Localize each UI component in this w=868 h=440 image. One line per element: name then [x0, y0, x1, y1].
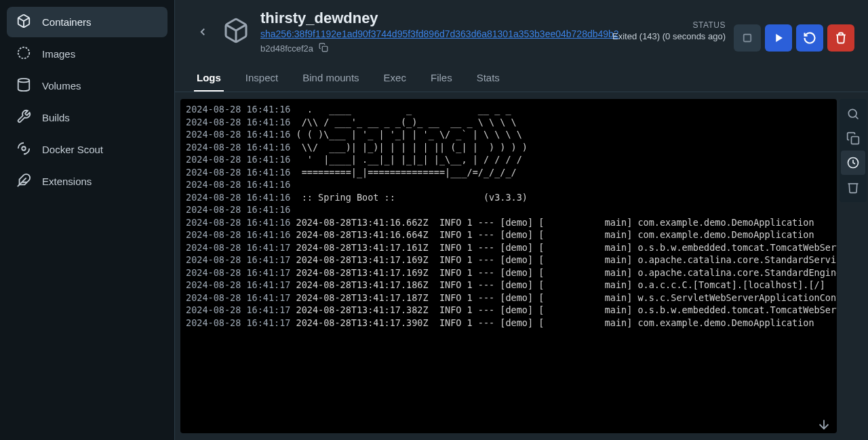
- tab-stats[interactable]: Stats: [474, 65, 502, 92]
- extensions-icon: [16, 173, 31, 190]
- log-line: 2024-08-28 16:41:17 2024-08-28T13:41:17.…: [186, 254, 831, 266]
- log-line: 2024-08-28 16:41:17 2024-08-28T13:41:17.…: [186, 317, 831, 329]
- sidebar-item-label: Extensions: [42, 176, 92, 187]
- scout-icon: [16, 141, 31, 158]
- log-line: 2024-08-28 16:41:16: [186, 203, 831, 216]
- search-logs-icon[interactable]: [841, 102, 865, 126]
- tabs: Logs Inspect Bind mounts Exec Files Stat…: [175, 65, 868, 92]
- logs-toolbar: [840, 99, 867, 202]
- builds-icon: [16, 109, 31, 126]
- log-line: 2024-08-28 16:41:16 :: Spring Boot :: (v…: [186, 191, 831, 204]
- log-line: 2024-08-28 16:41:16 =========|_|========…: [186, 166, 831, 179]
- logs-panel: 2024-08-28 16:41:16 . ____ _ __ _ _2024-…: [175, 92, 868, 440]
- sidebar-item-containers[interactable]: Containers: [7, 7, 167, 37]
- sidebar-item-docker-scout[interactable]: Docker Scout: [7, 134, 167, 165]
- svg-line-7: [856, 117, 859, 119]
- tab-logs[interactable]: Logs: [194, 65, 224, 92]
- log-line: 2024-08-28 16:41:16 . ____ _ __ _ _: [186, 103, 831, 116]
- log-line: 2024-08-28 16:41:16 \\/ ___)| |_)| | | |…: [186, 141, 831, 154]
- svg-marker-5: [776, 34, 783, 42]
- copy-id-icon[interactable]: [319, 43, 328, 54]
- tab-inspect[interactable]: Inspect: [243, 65, 281, 92]
- header: thirsty_dewdney sha256:38f9f1192e1ad90f3…: [175, 0, 868, 61]
- log-line: 2024-08-28 16:41:16 /\\ / ___'_ __ _ _(_…: [186, 116, 831, 129]
- timestamps-toggle-icon[interactable]: [841, 151, 865, 175]
- tab-exec[interactable]: Exec: [381, 65, 409, 92]
- log-line: 2024-08-28 16:41:17 2024-08-28T13:41:17.…: [186, 266, 831, 279]
- log-line: 2024-08-28 16:41:17 2024-08-28T13:41:17.…: [186, 279, 831, 292]
- log-line: 2024-08-28 16:41:16: [186, 178, 831, 191]
- sidebar-item-images[interactable]: Images: [7, 39, 167, 69]
- log-line: 2024-08-28 16:41:17 2024-08-28T13:41:17.…: [186, 241, 831, 254]
- tab-bind-mounts[interactable]: Bind mounts: [300, 65, 361, 92]
- log-line: 2024-08-28 16:41:17 2024-08-28T13:41:17.…: [186, 304, 831, 317]
- svg-rect-8: [852, 137, 859, 144]
- tab-files[interactable]: Files: [428, 65, 455, 92]
- images-icon: [16, 45, 31, 62]
- sidebar-item-label: Docker Scout: [42, 144, 103, 155]
- log-line: 2024-08-28 16:41:16 ' |____| .__|_| |_|_…: [186, 153, 831, 166]
- restart-button[interactable]: [796, 24, 823, 52]
- log-line: 2024-08-28 16:41:17 2024-08-28T13:41:17.…: [186, 292, 831, 304]
- sidebar-item-label: Containers: [42, 16, 92, 28]
- svg-point-0: [18, 47, 30, 59]
- svg-point-6: [848, 109, 856, 117]
- action-buttons: [734, 24, 854, 52]
- container-icon: [16, 14, 31, 31]
- volumes-icon: [16, 77, 31, 94]
- svg-point-2: [22, 146, 26, 151]
- sidebar-item-label: Volumes: [42, 80, 81, 92]
- log-line: 2024-08-28 16:41:16 2024-08-28T13:41:16.…: [186, 228, 831, 241]
- svg-point-1: [18, 79, 30, 83]
- container-cube-icon: [222, 17, 250, 47]
- scroll-to-bottom-icon[interactable]: [816, 417, 831, 435]
- start-button[interactable]: [765, 24, 792, 52]
- back-button[interactable]: [194, 23, 212, 41]
- delete-button[interactable]: [827, 24, 854, 52]
- main: thirsty_dewdney sha256:38f9f1192e1ad90f3…: [175, 0, 868, 440]
- sidebar-item-label: Images: [42, 48, 75, 60]
- log-line: 2024-08-28 16:41:16 ( ( )\___ | '_ | '_|…: [186, 128, 831, 141]
- status-label: STATUS: [612, 20, 726, 30]
- image-sha-link[interactable]: sha256:38f9f1192e1ad90f3744d95f3fd896d7d…: [260, 28, 619, 39]
- sidebar: Containers Images Volumes Builds Docker …: [0, 0, 175, 440]
- sidebar-item-label: Builds: [42, 112, 70, 123]
- logs-output[interactable]: 2024-08-28 16:41:16 . ____ _ __ _ _2024-…: [180, 99, 837, 433]
- clear-logs-icon[interactable]: [841, 175, 865, 199]
- sidebar-item-extensions[interactable]: Extensions: [7, 166, 167, 197]
- status-value: Exited (143) (0 seconds ago): [612, 31, 726, 41]
- svg-rect-4: [744, 35, 751, 42]
- svg-rect-3: [322, 46, 328, 52]
- log-line: 2024-08-28 16:41:16 2024-08-28T13:41:16.…: [186, 216, 831, 229]
- stop-button[interactable]: [734, 24, 761, 52]
- sidebar-item-builds[interactable]: Builds: [7, 102, 167, 133]
- status-block: STATUS Exited (143) (0 seconds ago): [612, 20, 726, 41]
- sidebar-item-volumes[interactable]: Volumes: [7, 71, 167, 101]
- container-id: b2d48fccef2a: [260, 43, 313, 54]
- copy-logs-icon[interactable]: [841, 126, 865, 151]
